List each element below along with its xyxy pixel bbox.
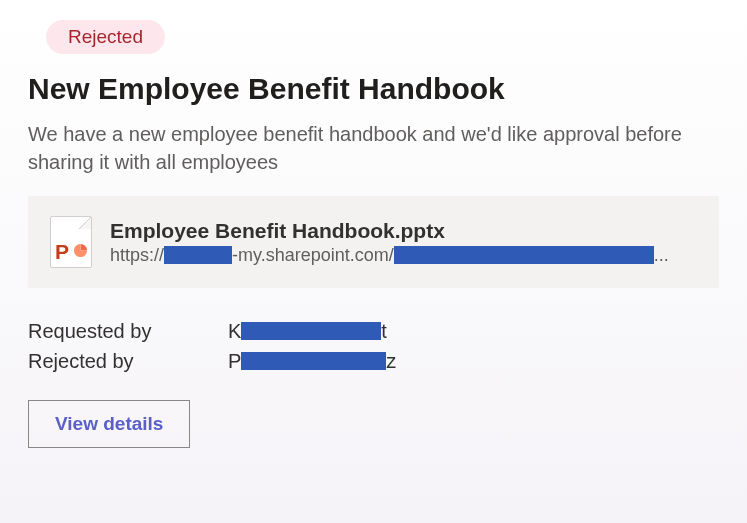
rejected-by-label: Rejected by <box>28 346 228 376</box>
attachment-info: Employee Benefit Handbook.pptx https://-… <box>110 219 697 266</box>
view-details-button[interactable]: View details <box>28 400 190 448</box>
redacted-segment <box>164 246 232 264</box>
value-suffix: t <box>381 316 387 346</box>
value-prefix: K <box>228 316 241 346</box>
requested-by-row: Requested by Kt <box>28 316 719 346</box>
pie-chart-icon <box>73 243 88 258</box>
powerpoint-file-icon: P <box>50 216 92 268</box>
page-title: New Employee Benefit Handbook <box>28 72 719 106</box>
attachment-url: https://-my.sharepoint.com/... <box>110 245 697 266</box>
value-prefix: P <box>228 346 241 376</box>
url-suffix: ... <box>654 245 669 266</box>
redacted-segment <box>241 352 386 370</box>
status-badge: Rejected <box>46 20 165 54</box>
attachment-file-name: Employee Benefit Handbook.pptx <box>110 219 697 243</box>
value-suffix: z <box>386 346 396 376</box>
approval-metadata: Requested by Kt Rejected by Pz <box>28 316 719 376</box>
approval-description: We have a new employee benefit handbook … <box>28 120 719 176</box>
url-middle: -my.sharepoint.com/ <box>232 245 394 266</box>
redacted-segment <box>394 246 654 264</box>
file-icon-letter: P <box>55 241 69 262</box>
requested-by-label: Requested by <box>28 316 228 346</box>
rejected-by-row: Rejected by Pz <box>28 346 719 376</box>
url-prefix: https:// <box>110 245 164 266</box>
attachment-card[interactable]: P Employee Benefit Handbook.pptx https:/… <box>28 196 719 288</box>
rejected-by-value: Pz <box>228 346 396 376</box>
redacted-segment <box>241 322 381 340</box>
requested-by-value: Kt <box>228 316 387 346</box>
